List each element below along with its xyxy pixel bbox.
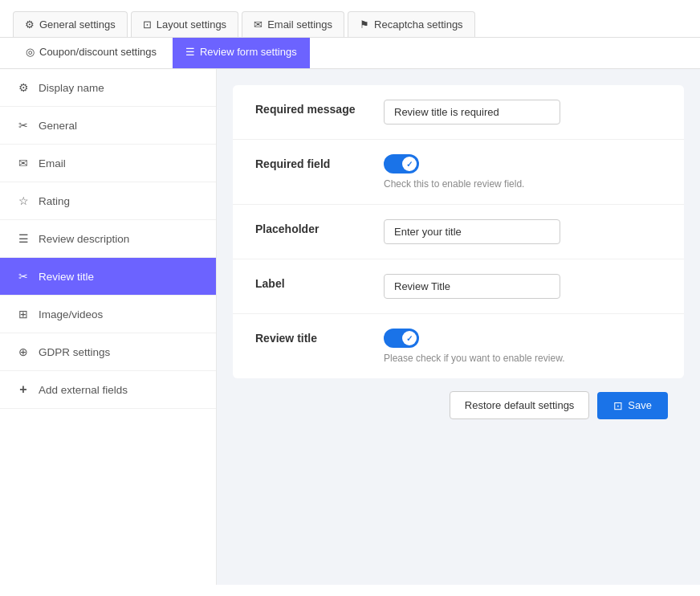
content-area: Required messageRequired field ✓ Check t… bbox=[217, 69, 700, 585]
sidebar-item-label: Add external fields bbox=[39, 384, 128, 396]
rating-sidebar-icon bbox=[16, 194, 31, 208]
second-tab-review-form[interactable]: Review form settings bbox=[173, 38, 310, 68]
recaptcha-settings-icon bbox=[360, 18, 369, 31]
review-description-sidebar-icon bbox=[16, 231, 31, 246]
sidebar-item-general[interactable]: General bbox=[0, 107, 216, 145]
review-form-icon bbox=[185, 46, 195, 58]
restore-defaults-button[interactable]: Restore default settings bbox=[450, 391, 590, 419]
second-tab-label: Review form settings bbox=[200, 46, 297, 58]
sidebar-item-label: Rating bbox=[39, 195, 70, 207]
row-label-placeholder-field: Placeholder bbox=[255, 219, 368, 235]
sidebar-item-display-name[interactable]: Display name bbox=[0, 69, 216, 107]
row-label-label-field: Label bbox=[255, 274, 368, 290]
review-title-sidebar-icon bbox=[16, 269, 31, 284]
second-tabs-bar: Coupon/discount settingsReview form sett… bbox=[0, 38, 700, 69]
row-content-placeholder-field bbox=[384, 219, 661, 244]
layout-settings-icon bbox=[143, 18, 152, 31]
top-tab-label: Email settings bbox=[267, 18, 332, 31]
general-sidebar-icon bbox=[16, 118, 31, 133]
settings-block-1: Required messageRequired field ✓ Check t… bbox=[233, 85, 684, 378]
image-videos-sidebar-icon bbox=[16, 307, 31, 321]
input-placeholder-field[interactable] bbox=[384, 219, 560, 244]
top-tab-label: Recaptcha settings bbox=[374, 18, 463, 31]
top-tab-label: Layout settings bbox=[157, 18, 226, 31]
add-external-fields-sidebar-icon bbox=[16, 382, 31, 397]
input-required-message-field[interactable] bbox=[384, 100, 560, 125]
save-button[interactable]: ⊡ Save bbox=[597, 392, 668, 419]
row-content-label-field bbox=[384, 274, 661, 299]
input-label-field[interactable] bbox=[384, 274, 560, 299]
display-name-sidebar-icon bbox=[16, 80, 31, 95]
sidebar-item-email[interactable]: Email bbox=[0, 145, 216, 182]
row-label-required-message-field: Required message bbox=[255, 100, 368, 116]
second-tab-label: Coupon/discount settings bbox=[39, 46, 157, 58]
sidebar-item-label: Image/videos bbox=[39, 308, 103, 320]
sidebar-item-label: Email bbox=[39, 157, 66, 169]
sidebar-item-gdpr-settings[interactable]: GDPR settings bbox=[0, 333, 216, 371]
settings-row-review-title-toggle: Review title ✓ Please check if you want … bbox=[233, 314, 684, 378]
second-tab-coupon-discount[interactable]: Coupon/discount settings bbox=[13, 38, 169, 68]
sidebar-item-label: Review title bbox=[39, 271, 94, 283]
gdpr-settings-sidebar-icon bbox=[16, 345, 31, 359]
row-label-required-field-toggle: Required field bbox=[255, 154, 368, 170]
top-tab-layout-settings[interactable]: Layout settings bbox=[131, 11, 238, 37]
top-tab-label: General settings bbox=[39, 18, 116, 31]
top-tab-recaptcha-settings[interactable]: Recaptcha settings bbox=[348, 11, 475, 37]
sidebar: Display nameGeneralEmailRatingReview des… bbox=[0, 69, 217, 585]
settings-row-label-field: Label bbox=[233, 259, 684, 314]
row-content-required-message-field bbox=[384, 100, 661, 125]
row-content-review-title-toggle: ✓ Please check if you want to enable rev… bbox=[384, 329, 661, 364]
coupon-discount-icon bbox=[26, 46, 35, 58]
sidebar-item-rating[interactable]: Rating bbox=[0, 182, 216, 220]
toggle-required-field-toggle[interactable]: ✓ bbox=[384, 154, 661, 173]
settings-row-placeholder-field: Placeholder bbox=[233, 205, 684, 259]
top-tab-general-settings[interactable]: General settings bbox=[13, 11, 128, 37]
sidebar-item-image-videos[interactable]: Image/videos bbox=[0, 296, 216, 333]
save-icon: ⊡ bbox=[613, 399, 623, 412]
sidebar-item-label: Review description bbox=[39, 233, 129, 245]
toggle-review-title-toggle[interactable]: ✓ bbox=[384, 329, 661, 348]
row-content-required-field-toggle: ✓ Check this to enable review field. bbox=[384, 154, 661, 190]
sidebar-item-review-description[interactable]: Review description bbox=[0, 220, 216, 258]
sidebar-item-add-external-fields[interactable]: Add external fields bbox=[0, 371, 216, 409]
toggle-hint-review-title-toggle: Please check if you want to enable revie… bbox=[384, 353, 661, 364]
sidebar-item-label: Display name bbox=[39, 82, 104, 94]
general-settings-icon bbox=[25, 18, 35, 31]
sidebar-item-review-title[interactable]: Review title bbox=[0, 258, 216, 296]
row-label-review-title-toggle: Review title bbox=[255, 329, 368, 345]
top-tab-email-settings[interactable]: Email settings bbox=[242, 11, 344, 37]
settings-row-required-message-field: Required message bbox=[233, 85, 684, 140]
email-settings-icon bbox=[254, 18, 262, 31]
top-tabs-bar: General settingsLayout settingsEmail set… bbox=[0, 0, 700, 38]
settings-row-required-field-toggle: Required field ✓ Check this to enable re… bbox=[233, 140, 684, 205]
sidebar-item-label: GDPR settings bbox=[39, 346, 110, 358]
main-layout: Display nameGeneralEmailRatingReview des… bbox=[0, 69, 700, 585]
toggle-hint-required-field-toggle: Check this to enable review field. bbox=[384, 178, 661, 190]
save-label: Save bbox=[628, 399, 652, 411]
sidebar-item-label: General bbox=[39, 120, 77, 132]
footer-bar: Restore default settings ⊡ Save bbox=[233, 382, 684, 429]
email-sidebar-icon bbox=[16, 156, 31, 170]
